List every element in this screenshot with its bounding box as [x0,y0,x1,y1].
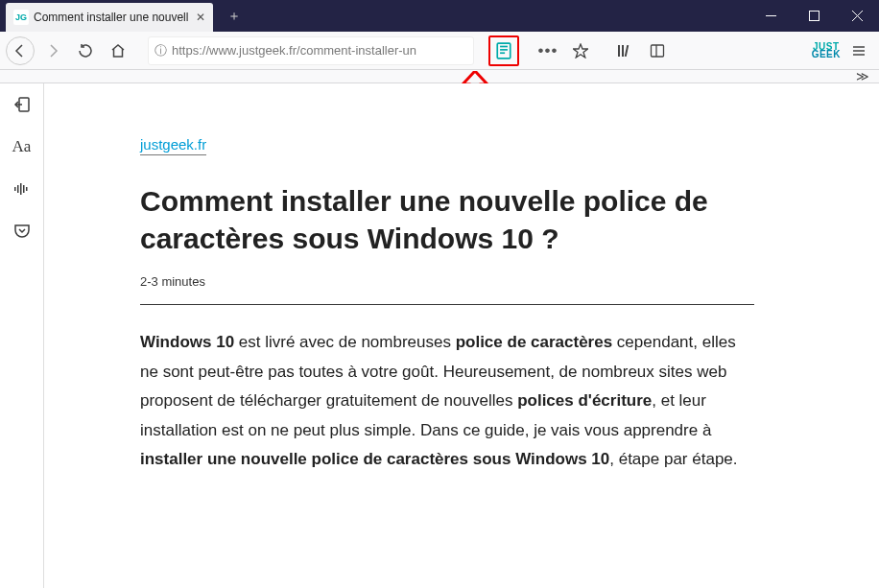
overflow-row: ≫ [0,70,879,83]
overflow-chevron-icon[interactable]: ≫ [856,69,869,83]
svg-rect-23 [23,185,25,193]
reading-time: 2-3 minutes [140,274,841,289]
svg-rect-4 [497,43,511,59]
close-reader-button[interactable] [0,83,44,126]
svg-rect-9 [618,45,620,57]
url-input[interactable] [172,43,467,58]
svg-marker-8 [574,44,588,58]
favicon: JG [13,10,29,25]
browser-tab[interactable]: JG Comment installer une nouvell ✕ [6,3,213,32]
forward-button[interactable] [38,36,67,65]
article-content: justgeek.fr Comment installer une nouvel… [44,83,879,588]
new-tab-button[interactable]: ＋ [219,0,249,32]
svg-rect-11 [625,44,629,56]
page-actions-button[interactable]: ••• [534,36,562,65]
minimize-button[interactable] [749,0,793,32]
titlebar: JG Comment installer une nouvell ✕ ＋ [0,0,879,32]
sidebar-button[interactable] [643,36,672,65]
article-paragraph: Windows 10 est livré avec de nombreuses … [140,328,754,475]
article-title: Comment installer une nouvelle police de… [140,182,754,257]
reader-view-icon [495,42,512,59]
bookmark-button[interactable] [566,36,595,65]
menu-button[interactable] [844,36,873,65]
reload-button[interactable] [71,36,100,65]
url-bar[interactable]: ⓘ [148,36,474,65]
library-button[interactable] [610,36,639,65]
svg-rect-20 [14,187,16,191]
svg-rect-21 [17,185,19,193]
site-info-icon[interactable]: ⓘ [154,42,167,59]
svg-rect-10 [622,45,624,57]
home-button[interactable] [104,36,132,65]
article-domain-link[interactable]: justgeek.fr [140,136,206,155]
type-controls-button[interactable]: Aa [0,126,44,168]
toolbar: ⓘ ••• JUSTGEEK [0,32,879,70]
svg-rect-12 [652,45,664,57]
back-button[interactable] [6,36,35,65]
divider [140,304,754,305]
reader-view-button[interactable] [489,36,518,65]
extension-justgeek[interactable]: JUSTGEEK [812,43,841,59]
svg-rect-24 [26,187,28,191]
narrate-button[interactable] [0,168,44,210]
tab-title: Comment installer une nouvell [34,11,191,24]
reader-sidebar: Aa [0,83,44,588]
svg-rect-22 [20,183,22,195]
svg-rect-1 [810,12,820,21]
close-window-button[interactable] [836,0,879,32]
pocket-button[interactable] [0,210,44,252]
close-tab-icon[interactable]: ✕ [196,11,205,24]
maximize-button[interactable] [793,0,836,32]
